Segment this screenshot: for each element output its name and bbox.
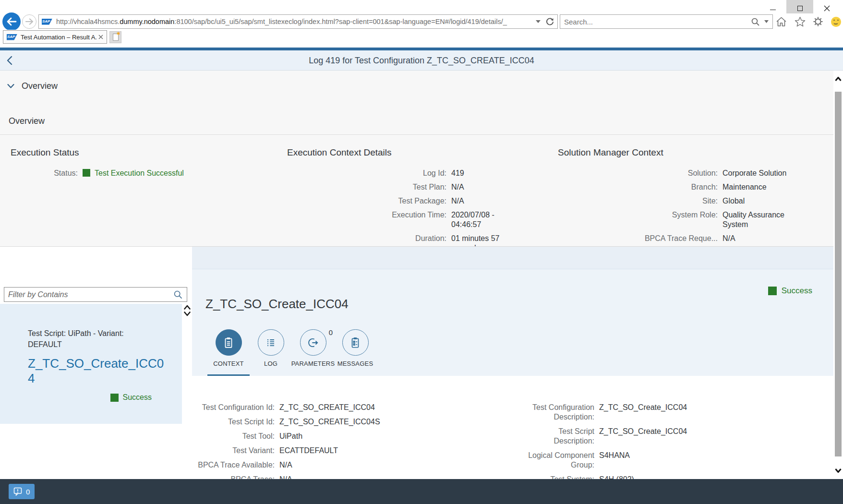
status-value: Test Execution Successful <box>83 168 236 178</box>
search-icon[interactable] <box>751 17 760 26</box>
tab-log[interactable]: LOG <box>250 329 292 376</box>
forward-button[interactable] <box>22 14 36 29</box>
feedback-smiley-icon[interactable] <box>831 17 841 27</box>
parameters-outgoing-icon <box>307 336 319 349</box>
field-value: Global <box>723 196 803 206</box>
tab-parameters[interactable]: 0 PARAMETERS <box>292 329 334 376</box>
home-icon[interactable] <box>776 16 787 27</box>
scroll-up-icon[interactable] <box>184 305 191 310</box>
tab-title: Test Automation – Result A... <box>21 34 96 41</box>
collapse-chevron-icon <box>7 84 14 88</box>
field-label: Test Plan: <box>269 182 446 192</box>
test-plan-link: N/A <box>451 182 510 192</box>
settings-gear-icon[interactable] <box>813 16 823 27</box>
parameters-tab-circle <box>300 329 326 356</box>
list-item-status: Success <box>28 393 152 402</box>
field-label: Test Script Id: <box>197 417 275 427</box>
execution-status-column: Execution Status Status: Test Execution … <box>11 147 236 178</box>
detail-panel-toolbar <box>192 247 833 269</box>
test-list-panel: Test Script: UiPath - Variant: DEFAULT Z… <box>0 247 192 480</box>
new-tab-icon <box>113 34 119 41</box>
field-value: S4HANA <box>599 451 791 470</box>
search-input[interactable] <box>564 18 751 26</box>
window-titlebar <box>0 0 843 13</box>
field-label: Logical Component Group: <box>518 451 594 470</box>
field-value: Quality Assurance System <box>723 210 803 229</box>
footer-bar: 0 <box>0 479 843 504</box>
browser-action-icons <box>776 14 841 29</box>
list-item-subtitle: Test Script: UiPath - Variant: DEFAULT <box>28 328 145 350</box>
maximize-icon <box>797 6 803 11</box>
field-value: ECATTDEFAULT <box>279 446 486 456</box>
tab-messages[interactable]: MESSAGES <box>334 329 376 376</box>
field-label: Test Configuration Id: <box>197 403 275 412</box>
field-label: BPCA Trace Available: <box>197 460 275 470</box>
list-scrollbar <box>182 305 192 316</box>
field-value: Z_TC_SO_CREATE_ICC04S <box>279 417 486 427</box>
field-label: Branch: <box>537 182 718 192</box>
field-label: Test Package: <box>269 196 446 206</box>
icon-tab-bar: CONTEXT LOG 0 <box>207 329 376 376</box>
field-value: 419 <box>451 168 510 178</box>
parameters-tab-label: PARAMETERS <box>291 360 335 367</box>
messages-tab-circle <box>342 329 369 356</box>
field-label: Log Id: <box>269 168 446 178</box>
solution-manager-heading: Solution Manager Context <box>558 147 820 158</box>
field-label: System Role: <box>537 210 718 229</box>
field-value: UiPath <box>279 432 486 441</box>
test-package-link: N/A <box>451 196 510 206</box>
field-label: Site: <box>537 196 718 206</box>
tab-close-button[interactable] <box>98 35 103 39</box>
address-bar[interactable]: SAP http://vhcala4hsmcs.dummy.nodomain:8… <box>38 14 558 29</box>
close-icon <box>824 5 830 12</box>
refresh-icon[interactable] <box>545 17 554 26</box>
detail-title: Z_TC_SO_Create_ICC04 <box>205 297 349 312</box>
test-script-list-item[interactable]: Test Script: UiPath - Variant: DEFAULT Z… <box>0 304 182 424</box>
list-item-title-link[interactable]: Z_TC_SO_Create_ICC04 <box>28 356 166 386</box>
field-label: BPCA Trace Reque... <box>537 234 718 243</box>
scrollbar-up-icon[interactable] <box>835 76 842 82</box>
messages-clipboard-icon <box>349 336 361 349</box>
parameters-count-badge: 0 <box>329 328 333 336</box>
field-value: Z_TC_SO_CREATE_ICC04 <box>279 403 486 412</box>
browser-tab-row: SAP Test Automation – Result A... <box>0 30 843 48</box>
field-value: Z_TC_SO_Create_ICC04 <box>599 403 791 422</box>
browser-window: SAP http://vhcala4hsmcs.dummy.nodomain:8… <box>0 0 843 504</box>
solution-link[interactable]: Corporate Solution <box>723 168 803 178</box>
page-scrollbar[interactable] <box>833 71 843 479</box>
context-tab-circle <box>216 329 242 356</box>
back-button[interactable] <box>2 12 21 31</box>
field-label: Test Script Description: <box>518 427 594 446</box>
search-dropdown-icon[interactable] <box>764 20 769 23</box>
log-tab-circle <box>258 329 284 356</box>
context-clipboard-icon <box>222 336 235 349</box>
field-label: Test Configuration Description: <box>518 403 594 422</box>
execution-context-column: Execution Context Details Log Id: 419 Te… <box>269 147 514 253</box>
browser-tab[interactable]: SAP Test Automation – Result A... <box>3 30 107 44</box>
tab-context[interactable]: CONTEXT <box>207 329 250 376</box>
overview-collapse-header[interactable]: Overview <box>7 81 58 91</box>
overview-section: Overview Overview Execution Status Statu… <box>0 71 843 246</box>
overview-section-label: Overview <box>22 81 58 91</box>
scrollbar-thumb[interactable] <box>835 92 842 456</box>
branch-link[interactable]: Maintenance <box>723 182 803 192</box>
field-label: Test Tool: <box>197 432 275 441</box>
messages-popover-button[interactable]: 0 <box>9 484 35 499</box>
overview-subtitle: Overview <box>9 116 45 126</box>
scrollbar-down-icon[interactable] <box>835 468 842 473</box>
sap-favicon: SAP <box>42 19 52 25</box>
favorites-star-icon[interactable] <box>795 16 806 27</box>
new-tab-button[interactable] <box>109 31 121 43</box>
address-dropdown-icon[interactable] <box>536 20 541 23</box>
sap-page: Log 419 for Test Configuration Z_TC_SO_C… <box>0 50 843 479</box>
page-header: Log 419 for Test Configuration Z_TC_SO_C… <box>0 50 843 71</box>
lower-split: Test Script: UiPath - Variant: DEFAULT Z… <box>0 246 843 479</box>
browser-toolbar: SAP http://vhcala4hsmcs.dummy.nodomain:8… <box>0 13 843 30</box>
message-count: 0 <box>26 488 30 496</box>
tab-close-icon <box>98 35 103 39</box>
browser-search <box>560 14 773 29</box>
success-square-icon <box>83 169 90 177</box>
filter-search-icon[interactable] <box>173 290 183 300</box>
filter-input[interactable] <box>8 290 173 299</box>
scroll-down-icon[interactable] <box>184 312 191 316</box>
